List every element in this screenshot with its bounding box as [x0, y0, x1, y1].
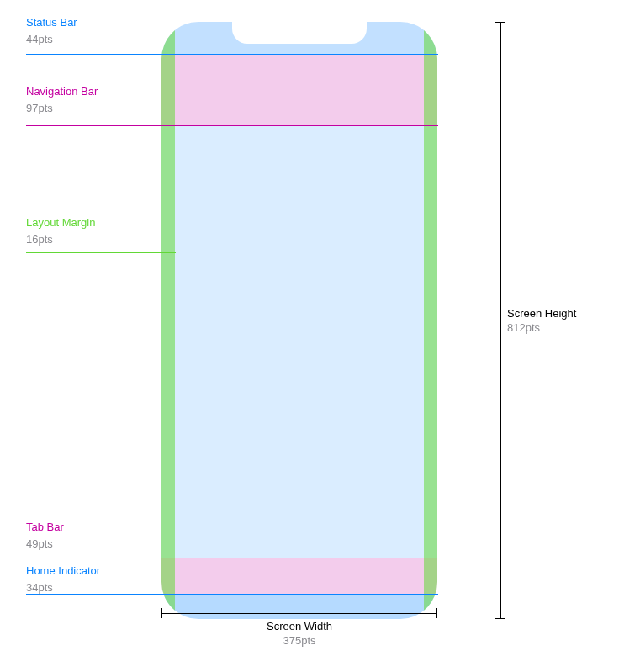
- label-navigation-bar: Navigation Bar 97pts: [26, 84, 152, 115]
- region-tab-bar: [161, 558, 437, 594]
- rule-status-bar: [26, 54, 438, 55]
- label-value: 97pts: [26, 101, 152, 116]
- layout-margin-right: [424, 22, 437, 619]
- rule-home-indicator: [26, 594, 438, 595]
- diagram-stage: Status Bar 44pts Navigation Bar 97pts La…: [0, 0, 619, 672]
- label-value: 44pts: [26, 32, 152, 47]
- dimension-line-width: [161, 613, 437, 614]
- rule-navigation-bar: [26, 125, 438, 126]
- layout-margin-left: [161, 22, 175, 619]
- region-navigation-bar: [161, 54, 437, 125]
- label-title: Screen Width: [161, 620, 437, 632]
- label-title: Home Indicator: [26, 564, 152, 579]
- label-home-indicator: Home Indicator 34pts: [26, 564, 152, 595]
- label-title: Screen Height: [507, 307, 595, 320]
- label-title: Tab Bar: [26, 520, 152, 535]
- region-content-area: [161, 125, 437, 558]
- rule-layout-margin: [26, 252, 176, 253]
- rule-tab-bar: [26, 558, 438, 558]
- label-title: Navigation Bar: [26, 84, 152, 99]
- device-notch: [232, 22, 367, 44]
- label-value: 34pts: [26, 580, 152, 595]
- dimension-line-height: [500, 22, 501, 619]
- label-value: 49pts: [26, 537, 152, 552]
- label-title: Layout Margin: [26, 215, 152, 230]
- phone-outline: [161, 22, 437, 619]
- label-title: Status Bar: [26, 15, 152, 30]
- label-tab-bar: Tab Bar 49pts: [26, 520, 152, 551]
- dimension-label-width: Screen Width 375pts: [161, 620, 437, 647]
- dimension-width: Screen Width 375pts: [161, 613, 437, 647]
- label-value: 16pts: [26, 232, 152, 247]
- label-layout-margin: Layout Margin 16pts: [26, 215, 152, 246]
- label-status-bar: Status Bar 44pts: [26, 15, 152, 46]
- dimension-label-height: Screen Height 812pts: [507, 307, 595, 334]
- label-value: 375pts: [161, 634, 437, 647]
- label-value: 812pts: [507, 321, 595, 334]
